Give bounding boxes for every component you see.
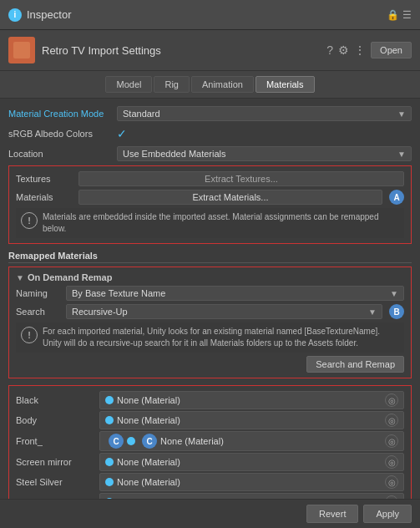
naming-dropdown[interactable]: By Base Texture Name ▼ [66, 286, 404, 301]
material-picker-button[interactable]: ◎ [385, 434, 398, 448]
search-label: Search [16, 307, 66, 317]
material-value-text: None (Material) [117, 415, 382, 425]
window-title: Inspector [27, 8, 387, 21]
tab-animation[interactable]: Animation [191, 76, 254, 93]
asset-icon [8, 37, 35, 63]
badge-b: B [389, 304, 404, 319]
info-icon: ! [21, 212, 38, 229]
material-name: Black [16, 395, 99, 405]
dropdown-arrow: ▼ [397, 109, 406, 119]
material-row: Front_CCNone (Material)◎ [16, 431, 404, 451]
material-creation-mode-label: Material Creation Mode [8, 109, 117, 119]
material-row: BodyNone (Material)◎ [16, 411, 404, 429]
materials-list-section: BlackNone (Material)◎BodyNone (Material)… [8, 385, 412, 499]
material-dot-icon [105, 416, 114, 424]
open-button[interactable]: Open [371, 42, 412, 58]
embedded-info-text: Materials are embedded inside the import… [43, 211, 399, 235]
location-row: Location Use Embedded Materials ▼ [8, 145, 412, 162]
material-row: Steel SilverNone (Material)◎ [16, 473, 404, 491]
textures-label: Textures [16, 174, 78, 184]
naming-dropdown-arrow: ▼ [390, 289, 398, 298]
srgb-label: sRGB Albedo Colors [8, 129, 117, 139]
badge-c: C [109, 434, 124, 449]
textures-row: Textures Extract Textures... [16, 171, 404, 186]
remap-info-icon: ! [21, 327, 38, 343]
material-dot-icon [105, 478, 114, 486]
material-value-text: None (Material) [160, 436, 382, 446]
revert-button[interactable]: Revert [306, 505, 358, 523]
lock-icon[interactable]: 🔒 [387, 9, 399, 21]
help-icon[interactable]: ? [326, 43, 333, 57]
title-bar-actions: 🔒 ☰ [387, 9, 412, 21]
tab-model[interactable]: Model [105, 76, 152, 93]
inspector-window: i Inspector 🔒 ☰ Retro TV Import Settings… [0, 0, 420, 528]
material-dot-icon [127, 437, 135, 445]
srgb-value: ✓ [117, 127, 412, 140]
extract-materials-button[interactable]: Extract Materials... [78, 190, 382, 205]
embedded-info-box: ! Materials are embedded inside the impo… [16, 208, 404, 238]
on-demand-remap-header: ▼ On Demand Remap [16, 272, 404, 282]
materials-list: BlackNone (Material)◎BodyNone (Material)… [16, 391, 404, 499]
remap-info-box: ! For each imported material, Unity look… [16, 322, 404, 353]
asset-header: Retro TV Import Settings ? ⚙ ⋮ Open [0, 30, 420, 71]
badge-a: A [389, 190, 404, 205]
material-row: BlackNone (Material)◎ [16, 391, 404, 409]
triangle-icon: ▼ [16, 273, 24, 282]
material-row: Screen mirrorNone (Material)◎ [16, 453, 404, 471]
badge-c: C [142, 434, 157, 449]
content-area: Material Creation Mode Standard ▼ sRGB A… [0, 99, 420, 499]
material-creation-mode-row: Material Creation Mode Standard ▼ [8, 105, 412, 122]
material-dot-icon [105, 396, 114, 404]
materials-extract-row: Materials Extract Materials... A [16, 190, 404, 205]
material-picker-button[interactable]: ◎ [385, 455, 398, 469]
naming-label: Naming [16, 288, 66, 298]
apply-button[interactable]: Apply [363, 505, 412, 523]
on-demand-remap-section: ▼ On Demand Remap Naming By Base Texture… [8, 267, 412, 378]
materials-label: Materials [16, 192, 78, 202]
search-dropdown[interactable]: Recursive-Up ▼ [66, 304, 382, 319]
title-bar: i Inspector 🔒 ☰ [0, 0, 420, 30]
material-value-text: None (Material) [117, 457, 382, 467]
material-row: WhiteNone (Material)◎ [16, 493, 404, 499]
inspector-icon: i [8, 8, 22, 22]
material-picker-button[interactable]: ◎ [385, 475, 398, 489]
search-and-remap-button[interactable]: Search and Remap [306, 356, 404, 373]
textures-materials-section: Textures Extract Textures... Materials E… [8, 165, 412, 244]
material-value-text: None (Material) [117, 395, 382, 405]
material-value-text: None (Material) [117, 477, 382, 487]
footer: Revert Apply [0, 499, 420, 528]
location-dropdown[interactable]: Use Embedded Materials ▼ [117, 146, 412, 161]
search-dropdown-arrow: ▼ [368, 307, 377, 317]
location-value: Use Embedded Materials ▼ [117, 146, 412, 161]
tabs-bar: Model Rig Animation Materials [0, 71, 420, 99]
search-row: Search Recursive-Up ▼ B [16, 304, 404, 319]
material-dot-icon [105, 458, 114, 466]
material-picker-button[interactable]: ◎ [385, 414, 398, 427]
material-name: Steel Silver [16, 477, 99, 487]
asset-header-actions: ? ⚙ ⋮ Open [326, 42, 412, 58]
material-name: Body [16, 415, 99, 425]
more-icon[interactable]: ⋮ [354, 43, 366, 57]
location-label: Location [8, 149, 117, 159]
location-dropdown-arrow: ▼ [397, 150, 406, 159]
menu-icon[interactable]: ☰ [402, 9, 412, 21]
material-creation-mode-value: Standard ▼ [117, 106, 412, 121]
material-name: Screen mirror [16, 457, 99, 467]
remap-info-text: For each imported material, Unity looks … [43, 326, 399, 349]
tab-rig[interactable]: Rig [154, 76, 190, 93]
material-creation-mode-dropdown[interactable]: Standard ▼ [117, 106, 412, 121]
srgb-row: sRGB Albedo Colors ✓ [8, 125, 412, 142]
material-picker-button[interactable]: ◎ [385, 393, 398, 407]
remapped-materials-header: Remapped Materials [8, 251, 412, 263]
on-demand-remap-title: On Demand Remap [28, 272, 112, 282]
material-name: Front_ [16, 436, 99, 446]
asset-icon-inner [13, 42, 30, 58]
srgb-checkmark: ✓ [117, 127, 127, 140]
tab-materials[interactable]: Materials [256, 76, 315, 93]
asset-name: Retro TV Import Settings [42, 44, 320, 57]
settings-icon[interactable]: ⚙ [338, 43, 349, 57]
extract-textures-button[interactable]: Extract Textures... [78, 171, 404, 186]
naming-row: Naming By Base Texture Name ▼ [16, 286, 404, 301]
